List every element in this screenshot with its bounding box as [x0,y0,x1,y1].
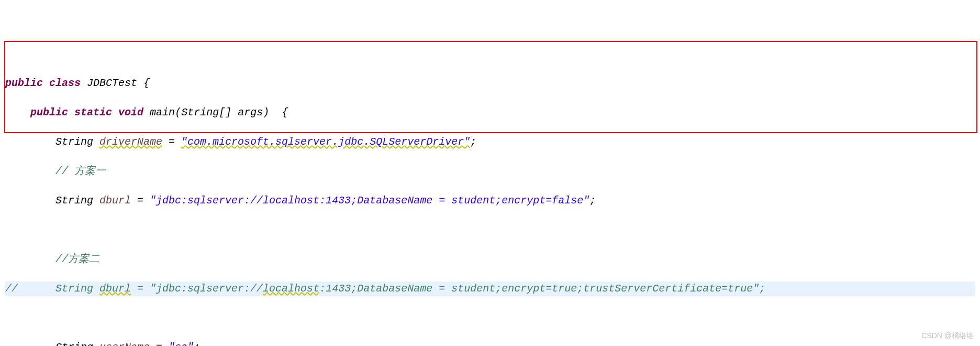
code-line-highlighted: // String dburl = "jdbc:sqlserver://loca… [5,282,975,296]
code-line [5,311,975,326]
code-line: String dburl = "jdbc:sqlserver://localho… [5,193,975,208]
code-line: String driverName = "com.microsoft.sqlse… [5,135,975,149]
code-line: // 方案一 [5,164,975,179]
code-line: public static void main(String[] args) { [5,105,975,120]
code-editor: public class JDBCTest { public static vo… [5,61,975,346]
code-line [5,223,975,237]
code-line: String userName = "sa"; [5,340,975,346]
code-line: public class JDBCTest { [5,76,975,91]
watermark-text: CSDN @橘络络 [921,328,974,343]
code-line: //方案二 [5,252,975,267]
